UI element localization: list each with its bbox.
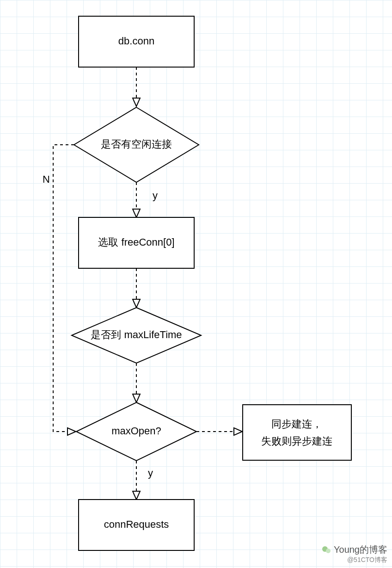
edge-maxopen-sync <box>196 428 242 435</box>
node-pick-label: 选取 freeConn[0] <box>98 236 174 248</box>
watermark-title: Young的博客 <box>334 543 387 556</box>
watermark: Young的博客 @51CTO博客 <box>321 543 387 564</box>
node-sync: 同步建连， 失败则异步建连 <box>243 405 351 460</box>
node-sync-label-1: 同步建连， <box>271 418 322 430</box>
edge-hasidle-pick: y <box>133 182 158 217</box>
node-hasidle-label: 是否有空闲连接 <box>101 138 172 150</box>
edge-hasidle-pick-label: y <box>153 190 158 201</box>
node-connreq-label: connRequests <box>104 519 169 530</box>
edge-maxopen-connreq: y <box>133 461 153 500</box>
svg-marker-15 <box>234 428 242 435</box>
edge-hasidle-maxopen: N <box>43 145 76 435</box>
svg-marker-12 <box>133 394 140 402</box>
svg-rect-16 <box>243 405 351 460</box>
svg-marker-2 <box>133 98 140 106</box>
node-lifetime: 是否到 maxLifeTime <box>72 308 201 363</box>
node-maxopen-label: maxOpen? <box>111 425 161 437</box>
edge-maxopen-connreq-label: y <box>148 467 153 479</box>
node-maxopen: maxOpen? <box>76 402 196 461</box>
svg-marker-6 <box>67 428 76 435</box>
edge-lifetime-maxopen <box>133 363 140 402</box>
node-connreq: connRequests <box>79 500 194 550</box>
svg-marker-9 <box>133 299 140 308</box>
edge-pick-lifetime <box>133 268 140 308</box>
node-lifetime-label: 是否到 maxLifeTime <box>91 329 182 340</box>
node-sync-label-2: 失败则异步建连 <box>261 435 332 447</box>
node-pick: 选取 freeConn[0] <box>79 217 194 268</box>
edge-start-hasidle <box>133 67 140 106</box>
node-start: db.conn <box>79 16 194 67</box>
svg-marker-5 <box>133 209 140 217</box>
flowchart-svg: db.conn 是否有空闲连接 y N 选取 freeConn[0] 是否到 m… <box>0 0 392 568</box>
watermark-sub: @51CTO博客 <box>321 556 387 564</box>
wechat-icon <box>321 544 332 556</box>
node-start-label: db.conn <box>118 35 154 47</box>
svg-marker-18 <box>133 491 140 500</box>
edge-hasidle-maxopen-label: N <box>43 173 50 185</box>
svg-point-21 <box>326 549 331 553</box>
node-hasidle: 是否有空闲连接 <box>74 107 199 182</box>
